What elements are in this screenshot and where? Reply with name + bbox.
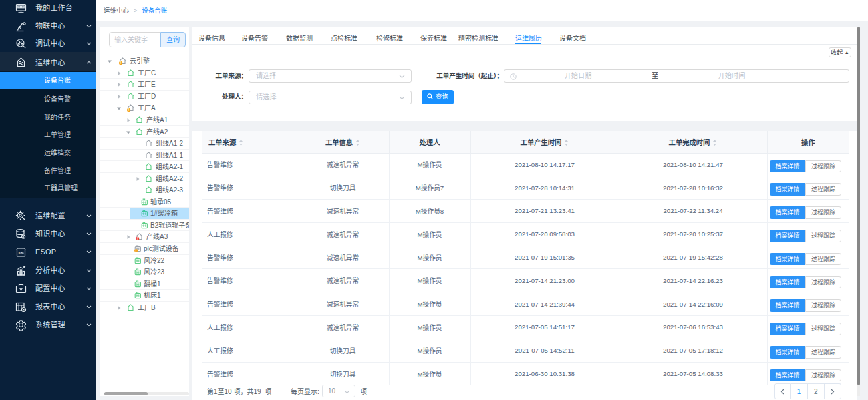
svg-text:ESOP: ESOP <box>18 252 25 254</box>
